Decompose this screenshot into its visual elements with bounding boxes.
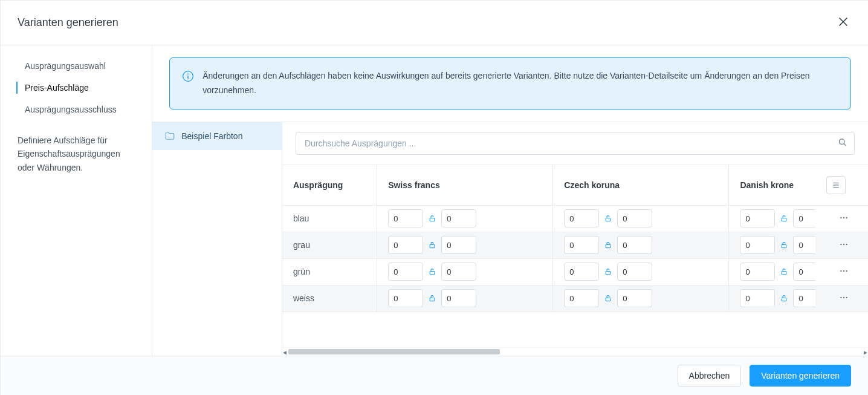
price-input-a[interactable] bbox=[740, 236, 775, 254]
price-input-b[interactable] bbox=[617, 263, 652, 281]
svg-point-23 bbox=[840, 270, 841, 271]
svg-rect-28 bbox=[782, 298, 787, 301]
property-list-item[interactable]: Beispiel Farbton bbox=[152, 122, 282, 150]
row-label-cell: blau bbox=[282, 206, 377, 232]
lock-toggle[interactable] bbox=[779, 214, 789, 223]
lock-toggle[interactable] bbox=[427, 294, 438, 302]
close-icon bbox=[839, 18, 847, 26]
row-label: weiss bbox=[293, 293, 314, 303]
svg-point-29 bbox=[840, 296, 841, 298]
lock-toggle[interactable] bbox=[603, 241, 614, 249]
currency-cell bbox=[377, 206, 553, 232]
lock-toggle[interactable] bbox=[603, 267, 614, 276]
horizontal-scrollbar[interactable]: ◄ ► bbox=[282, 347, 868, 356]
price-input-a[interactable] bbox=[564, 236, 599, 254]
price-input-a[interactable] bbox=[740, 209, 775, 227]
price-input-b[interactable] bbox=[617, 236, 652, 254]
price-pair bbox=[388, 236, 546, 254]
price-input-b[interactable] bbox=[441, 236, 476, 254]
price-input-a[interactable] bbox=[388, 289, 423, 307]
search-input[interactable] bbox=[296, 132, 855, 155]
svg-rect-22 bbox=[782, 272, 787, 275]
svg-point-17 bbox=[840, 243, 841, 244]
price-pair bbox=[564, 263, 722, 281]
lock-toggle[interactable] bbox=[603, 214, 614, 223]
price-input-a[interactable] bbox=[740, 263, 775, 281]
col-settings bbox=[815, 165, 868, 206]
svg-point-25 bbox=[846, 270, 847, 271]
lock-toggle[interactable] bbox=[779, 241, 789, 249]
currency-cell bbox=[553, 206, 729, 232]
row-actions-button[interactable] bbox=[835, 236, 852, 255]
row-actions-button[interactable] bbox=[835, 289, 852, 308]
sidebar-item-surcharges[interactable]: Preis-Aufschläge bbox=[1, 77, 152, 99]
grid-settings-button[interactable] bbox=[826, 176, 846, 194]
row-actions-cell bbox=[815, 259, 868, 286]
price-input-b[interactable] bbox=[441, 209, 476, 227]
price-input-a[interactable] bbox=[564, 209, 599, 227]
svg-rect-15 bbox=[606, 245, 611, 248]
modal: Varianten generieren Ausprägungsauswahl … bbox=[0, 0, 868, 395]
svg-rect-20 bbox=[430, 272, 435, 275]
lock-toggle[interactable] bbox=[427, 241, 438, 249]
row-actions-cell bbox=[815, 286, 868, 312]
svg-rect-16 bbox=[782, 245, 787, 248]
lock-icon bbox=[779, 241, 789, 249]
svg-rect-27 bbox=[606, 298, 611, 301]
modal-body: Ausprägungsauswahl Preis-Aufschläge Ausp… bbox=[1, 45, 868, 356]
currency-cell bbox=[377, 259, 553, 286]
generate-button[interactable]: Varianten generieren bbox=[750, 365, 851, 387]
scroll-left-arrow-icon: ◄ bbox=[282, 348, 288, 356]
sidebar-item-exclusions[interactable]: Ausprägungsausschluss bbox=[1, 99, 152, 120]
svg-rect-14 bbox=[430, 245, 435, 248]
surcharge-grid: Ausprägung Swiss francs Czech koruna Dan… bbox=[282, 165, 868, 312]
svg-rect-21 bbox=[606, 272, 611, 275]
lock-toggle[interactable] bbox=[427, 214, 438, 223]
lock-icon bbox=[603, 267, 614, 276]
svg-rect-26 bbox=[430, 298, 435, 301]
price-input-a[interactable] bbox=[388, 209, 423, 227]
table-row: blau bbox=[282, 206, 868, 232]
dots-icon bbox=[839, 240, 849, 249]
main: Änderungen an den Aufschlägen haben kein… bbox=[152, 45, 868, 356]
price-input-a[interactable] bbox=[564, 263, 599, 281]
price-input-a[interactable] bbox=[388, 263, 423, 281]
dots-icon bbox=[839, 266, 849, 276]
price-input-b[interactable] bbox=[617, 209, 652, 227]
price-input-a[interactable] bbox=[564, 289, 599, 307]
lock-icon bbox=[427, 294, 438, 302]
row-actions-button[interactable] bbox=[835, 263, 852, 281]
lock-icon bbox=[427, 214, 438, 223]
scroll-right-arrow-icon: ► bbox=[862, 348, 868, 356]
property-list-item-label: Beispiel Farbton bbox=[181, 131, 242, 141]
svg-point-12 bbox=[843, 217, 844, 218]
modal-title: Varianten generieren bbox=[18, 16, 118, 29]
lock-toggle[interactable] bbox=[779, 267, 789, 276]
price-pair bbox=[564, 289, 722, 307]
price-input-a[interactable] bbox=[388, 236, 423, 254]
sidebar-item-values[interactable]: Ausprägungsauswahl bbox=[1, 55, 152, 77]
currency-cell bbox=[553, 259, 729, 286]
svg-point-24 bbox=[843, 270, 844, 271]
price-input-a[interactable] bbox=[740, 289, 775, 307]
svg-point-19 bbox=[846, 243, 847, 244]
svg-point-31 bbox=[846, 296, 847, 298]
svg-line-4 bbox=[844, 143, 846, 145]
info-alert-text: Änderungen an den Aufschlägen haben kein… bbox=[202, 69, 838, 98]
grid-wrap: Ausprägung Swiss francs Czech koruna Dan… bbox=[282, 165, 868, 356]
lock-toggle[interactable] bbox=[779, 294, 789, 302]
lock-icon bbox=[779, 214, 789, 223]
lock-toggle[interactable] bbox=[427, 267, 438, 276]
price-input-b[interactable] bbox=[617, 289, 652, 307]
cancel-button[interactable]: Abbrechen bbox=[678, 365, 742, 387]
grid-scroll[interactable]: Ausprägung Swiss francs Czech koruna Dan… bbox=[282, 165, 868, 312]
close-button[interactable] bbox=[835, 14, 851, 31]
row-actions-button[interactable] bbox=[835, 209, 852, 228]
price-input-b[interactable] bbox=[441, 289, 476, 307]
price-pair bbox=[388, 209, 546, 227]
lock-toggle[interactable] bbox=[603, 294, 614, 302]
search bbox=[296, 132, 855, 155]
price-input-b[interactable] bbox=[441, 263, 476, 281]
svg-point-11 bbox=[840, 217, 841, 218]
col-currency-0: Swiss francs bbox=[377, 165, 553, 206]
